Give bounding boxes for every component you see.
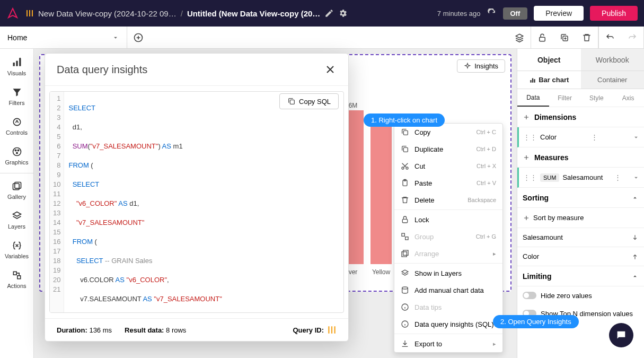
section-dimensions[interactable]: Dimensions [517,107,644,127]
arrow-up-icon[interactable] [631,253,639,260]
close-icon[interactable] [324,63,337,76]
svg-point-11 [13,148,21,156]
nav-gallery[interactable]: Gallery [0,176,33,205]
ctx-delete[interactable]: DeleteBackspace [394,191,502,208]
section-measures[interactable]: Measures [517,147,644,168]
svg-point-12 [15,150,16,151]
page-selector[interactable]: Home [0,27,127,48]
chevron-up-icon [631,194,639,202]
nav-visuals[interactable]: Visuals [0,52,33,82]
proptab-axis[interactable]: Axis [612,89,644,107]
callout-2: 2. Open Query Insights [493,315,579,328]
nav-variables[interactable]: Variables [0,235,33,265]
svg-rect-1 [29,10,30,16]
ctx-duplicate[interactable]: DuplicateCtrl + D [394,141,502,158]
sort-salesamount[interactable]: Salesamount [517,228,644,247]
subtab-barchart[interactable]: Bar chart [517,71,581,89]
agg-pill[interactable]: SUM [540,173,559,182]
ctx-query-insights[interactable]: Data query insights (SQL) [394,316,502,333]
barchart-icon [529,76,536,84]
download-icon [401,339,409,348]
sort-by-measure[interactable]: Sort by measure [517,208,644,228]
svg-point-33 [402,287,408,289]
svg-rect-2 [32,10,33,16]
delete-toolbar-button[interactable] [576,27,598,49]
dimension-color[interactable]: ⋮⋮ Color ⋮ [517,127,644,147]
tab-workbook[interactable]: Workbook [581,49,645,71]
item-more-icon[interactable]: ⋮ [591,133,598,141]
measure-salesamount[interactable]: ⋮⋮ SUM Salesamount ⋮ [517,168,644,188]
bar-category: Yellow [368,268,394,276]
item-more-icon[interactable]: ⋮ [614,173,621,181]
gear-icon[interactable] [338,8,348,18]
app-logo[interactable] [6,7,19,20]
insights-button[interactable]: Insights [457,59,505,73]
ctx-export[interactable]: Export to▸ [394,335,502,352]
svg-rect-38 [331,326,332,334]
svg-point-10 [13,118,20,125]
chevron-down-icon[interactable] [632,174,640,181]
svg-rect-28 [402,219,407,223]
drag-handle-icon[interactable]: ⋮⋮ [523,173,537,181]
duration-value: 136 ms [89,326,112,334]
svg-rect-19 [531,80,532,83]
nav-layers[interactable]: Layers [0,205,33,235]
copy-sql-button[interactable]: Copy SQL [279,93,339,109]
svg-rect-6 [13,63,14,66]
subtab-container[interactable]: Container [581,71,645,89]
query-insights-modal: Data query insights Copy SQL 12345678910… [45,53,349,342]
publish-button[interactable]: Publish [590,6,638,21]
ctx-arrange: Arrange▸ [394,245,502,262]
nav-graphics[interactable]: Graphics [0,141,33,171]
ctx-lock[interactable]: Lock [394,211,502,228]
bars-icon[interactable] [327,325,337,335]
proptab-style[interactable]: Style [581,89,613,107]
tab-object[interactable]: Object [517,49,581,71]
ctx-add-manual[interactable]: Add manual chart data [394,282,502,299]
cut-icon [401,162,409,170]
undo-button[interactable] [599,27,621,49]
svg-rect-36 [290,100,294,104]
bars-icon [25,9,34,18]
proptab-filter[interactable]: Filter [549,89,581,107]
preview-button[interactable]: Preview [534,6,584,21]
chat-launcher[interactable] [609,323,633,347]
arrow-down-icon[interactable] [631,234,639,241]
duplicate-toolbar-button[interactable] [553,27,576,49]
breadcrumb-current[interactable]: Untitled (New Data View-copy (20… [187,9,320,18]
auto-toggle[interactable]: Off [503,7,528,20]
svg-rect-29 [402,233,404,236]
layers-toolbar-icon[interactable] [508,27,531,49]
sort-color[interactable]: Color [517,247,644,266]
group-icon [401,232,409,241]
database-icon [401,286,409,294]
section-limiting[interactable]: Limiting [517,266,644,286]
nav-filters[interactable]: Filters [0,82,33,111]
add-element-button[interactable] [127,27,149,49]
svg-rect-22 [403,130,408,135]
chevron-down-icon [112,34,119,41]
info-icon [401,320,409,328]
toggle-hide-zero[interactable]: Hide zero values [517,286,644,304]
nav-actions[interactable]: Actions [0,265,33,294]
ctx-show-layers[interactable]: Show in Layers [394,265,502,282]
svg-rect-17 [13,272,16,275]
modal-title: Data query insights [57,64,147,76]
breadcrumb-parent[interactable]: New Data View-copy (2024-10-22 09… [38,9,177,18]
duplicate-icon [401,145,409,153]
refresh-icon[interactable] [487,8,497,18]
unlock-button[interactable] [531,27,553,49]
breadcrumb: New Data View-copy (2024-10-22 09… / Unt… [25,8,437,18]
section-sorting[interactable]: Sorting [517,188,644,208]
layers-icon [401,269,409,277]
redo-button[interactable] [621,27,643,49]
ctx-cut[interactable]: CutCtrl + X [394,158,502,174]
queryid-label: Query ID: [293,326,324,334]
ctx-paste[interactable]: PasteCtrl + V [394,174,502,191]
nav-controls[interactable]: Controls [0,111,33,141]
chevron-down-icon[interactable] [632,134,640,141]
edit-icon[interactable] [324,8,334,18]
drag-handle-icon[interactable]: ⋮⋮ [523,133,537,141]
proptab-data[interactable]: Data [517,89,549,107]
sql-code[interactable]: 123456789101112131415161718192021 SELECT… [49,91,344,313]
